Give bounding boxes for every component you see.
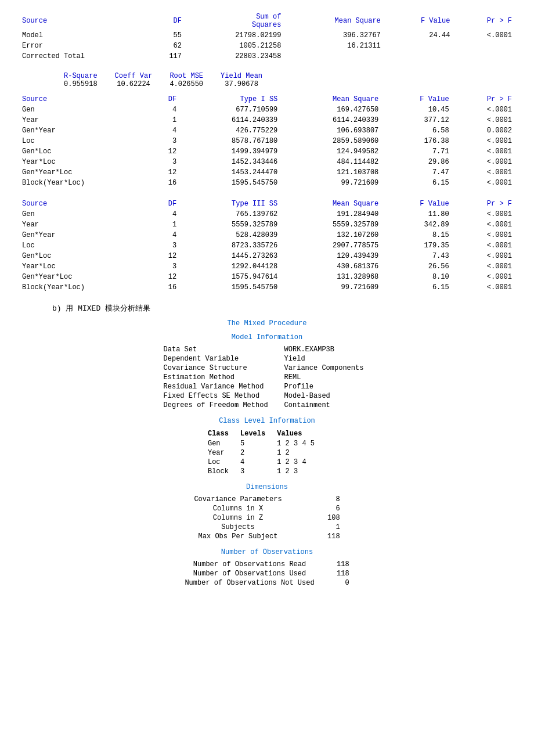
- info-label: Dependent Variable: [164, 354, 275, 363]
- obs-label: Number of Observations Read: [185, 560, 326, 569]
- class-values: 1 2: [277, 448, 326, 458]
- ss-cell: 1499.394979: [181, 146, 282, 157]
- class-levels: 3: [240, 467, 277, 476]
- source-cell: Error: [17, 41, 147, 51]
- ss-cell: 1452.343446: [181, 157, 282, 167]
- info-label: Estimation Method: [164, 373, 275, 382]
- fval-cell: 6.15: [383, 178, 453, 188]
- source-cell: Year*Loc: [17, 157, 149, 167]
- fval-cell: 342.89: [383, 219, 453, 230]
- anova-table-1: Source DF Sum ofSquares Mean Square F Va…: [17, 12, 517, 62]
- source-cell: Year: [17, 115, 149, 125]
- col-ms-2: Mean Square: [282, 94, 383, 105]
- fval-cell: 6.58: [383, 125, 453, 136]
- cv-value: 10.62224: [117, 80, 150, 88]
- ms-cell: 191.284940: [282, 209, 383, 219]
- source-cell: Loc: [17, 136, 149, 146]
- df-cell: 4: [149, 230, 182, 240]
- col-source-2: Source: [17, 94, 149, 105]
- dim-label: Columns in Z: [194, 513, 316, 523]
- fval-cell: 377.12: [383, 115, 453, 125]
- col-fval-2: F Value: [383, 94, 453, 105]
- list-item: Number of Observations Read118: [185, 560, 349, 569]
- ss-cell: 1445.273263: [181, 251, 282, 261]
- pr-cell: <.0001: [454, 251, 517, 261]
- list-item: Block31 2 3: [208, 467, 326, 476]
- pr-cell: <.0001: [454, 157, 517, 167]
- table-row: Gen*Year 4 426.775229 106.693807 6.58 0.…: [17, 125, 517, 136]
- ss-cell: 765.139762: [181, 209, 282, 219]
- df-cell: 1: [149, 219, 182, 230]
- col-pr-1: Pr > F: [454, 12, 517, 30]
- ms-cell: 396.32767: [286, 30, 385, 41]
- pr-cell: <.0001: [454, 261, 517, 272]
- pr-cell: [454, 41, 517, 51]
- ss-cell: 22803.23458: [186, 51, 286, 62]
- df-cell: 16: [149, 178, 182, 188]
- source-cell: Corrected Total: [17, 51, 147, 62]
- col-df-1: DF: [147, 12, 186, 30]
- column-header: Class: [208, 429, 240, 439]
- df-cell: 12: [149, 251, 182, 261]
- source-cell: Gen: [17, 105, 149, 115]
- ms-cell: 132.107260: [282, 230, 383, 240]
- table-row: Loc 3 8578.767180 2859.589060 176.38 <.0…: [17, 136, 517, 146]
- info-label: Degrees of Freedom Method: [164, 401, 275, 410]
- obs-value: 118: [326, 569, 349, 578]
- table-row: Gen*Year 4 528.428039 132.107260 8.15 <.…: [17, 230, 517, 240]
- table-row: Gen 4 765.139762 191.284940 11.80 <.0001: [17, 209, 517, 219]
- list-item: Residual Variance MethodProfile: [164, 382, 371, 391]
- df-cell: 4: [149, 125, 182, 136]
- table-row: Gen*Loc 12 1445.273263 120.439439 7.43 <…: [17, 251, 517, 261]
- table-row: Gen*Loc 12 1499.394979 124.949582 7.71 <…: [17, 146, 517, 157]
- rsquare-cell: R-Square 0.955918: [64, 72, 98, 88]
- list-item: Data SetWORK.EXAMP3B: [164, 345, 371, 354]
- ss-cell: 677.710599: [181, 105, 282, 115]
- table-row: Year*Loc 3 1292.044128 430.681376 26.56 …: [17, 261, 517, 272]
- observations-heading: Number of Observations: [17, 548, 517, 556]
- list-item: Covariance StructureVariance Components: [164, 363, 371, 373]
- ms-cell: 106.693807: [282, 125, 383, 136]
- ms-cell: 121.103708: [282, 167, 383, 178]
- ym-value: 37.90678: [225, 80, 258, 88]
- obs-table: Number of Observations Read118Number of …: [185, 560, 349, 588]
- ss-cell: 5559.325789: [181, 219, 282, 230]
- source-cell: Gen: [17, 209, 149, 219]
- ss-cell: 6114.240339: [181, 115, 282, 125]
- col-ss-1: Sum ofSquares: [186, 12, 286, 30]
- df-cell: 16: [149, 282, 182, 293]
- class-name: Gen: [208, 439, 240, 448]
- col-pr-3: Pr > F: [454, 199, 517, 209]
- pr-cell: <.0001: [454, 219, 517, 230]
- source-cell: Year: [17, 219, 149, 230]
- ss-cell: 1595.545750: [181, 282, 282, 293]
- class-levels: 2: [240, 448, 277, 458]
- fval-cell: [385, 41, 455, 51]
- mse-label: Root MSE: [169, 72, 203, 80]
- col-ss-3: Type III SS: [181, 199, 282, 209]
- list-item: Max Obs Per Subject118: [194, 532, 340, 541]
- table-row: ClassLevelsValues: [208, 429, 326, 439]
- fval-cell: 11.80: [383, 209, 453, 219]
- dimensions-heading: Dimensions: [17, 483, 517, 491]
- obs-value: 0: [326, 578, 349, 588]
- table-row: Loc 3 8723.335726 2907.778575 179.35 <.0…: [17, 240, 517, 251]
- ms-cell: 5559.325789: [282, 219, 383, 230]
- fval-cell: 176.38: [383, 136, 453, 146]
- info-value: Containment: [275, 401, 371, 410]
- class-name: Loc: [208, 458, 240, 467]
- class-values: 1 2 3 4 5: [277, 439, 326, 448]
- rsquare-row: R-Square 0.955918 Coeff Var 10.62224 Roo…: [64, 72, 517, 88]
- mse-cell: Root MSE 4.026550: [169, 72, 203, 88]
- col-source-3: Source: [17, 199, 149, 209]
- col-fval-3: F Value: [383, 199, 453, 209]
- pr-cell: <.0001: [454, 167, 517, 178]
- source-cell: Loc: [17, 240, 149, 251]
- df-cell: 62: [147, 41, 186, 51]
- model-info-table: Data SetWORK.EXAMP3BDependent VariableYi…: [164, 345, 371, 410]
- mixed-section: The Mixed Procedure Model Information Da…: [17, 319, 517, 588]
- class-values: 1 2 3 4: [277, 458, 326, 467]
- dim-label: Covariance Parameters: [194, 495, 316, 504]
- ms-cell: [286, 51, 385, 62]
- pr-cell: [454, 51, 517, 62]
